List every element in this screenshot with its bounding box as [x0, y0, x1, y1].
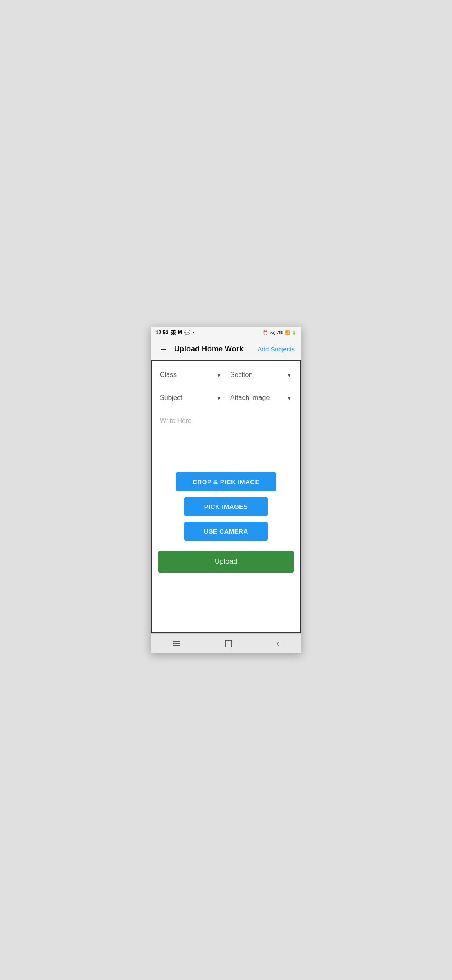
back-nav-button[interactable]: ‹ [268, 635, 288, 652]
button-group: CROP & PICK IMAGE PICK IMAGES USE CAMERA [158, 472, 294, 541]
back-button[interactable]: ← [157, 343, 169, 356]
status-bar-right: ⏰ Vo) LTE 📶 🔋 [263, 330, 296, 335]
attach-image-dropdown[interactable]: Attach Image ▼ [229, 391, 294, 405]
add-subjects-button[interactable]: Add Subjects [258, 346, 295, 353]
chat-icon: 💬 [184, 330, 190, 335]
class-dropdown[interactable]: Class ▼ [158, 368, 223, 382]
status-time: 12:53 [156, 330, 169, 335]
use-camera-button[interactable]: USE CAMERA [184, 522, 268, 541]
section-arrow-icon: ▼ [286, 371, 292, 378]
pick-images-button[interactable]: PICK IMAGES [184, 497, 268, 516]
home-icon [225, 640, 232, 647]
alarm-icon: ⏰ [263, 330, 268, 335]
battery-icon: 🔋 [291, 330, 296, 335]
home-nav-button[interactable] [216, 637, 241, 651]
section-label: Section [230, 371, 252, 379]
status-bar-left: 12:53 🖼 M 💬 • [156, 330, 194, 335]
form-area: Class ▼ Section ▼ Subject ▼ Attach Image… [152, 361, 300, 579]
class-section-row: Class ▼ Section ▼ [158, 368, 294, 382]
attach-image-arrow-icon: ▼ [286, 395, 292, 401]
menu-icon [173, 641, 180, 646]
text-area-placeholder: Write Here [160, 417, 192, 424]
subject-arrow-icon: ▼ [216, 395, 222, 401]
dot-icon: • [193, 330, 194, 335]
subject-label: Subject [160, 394, 182, 402]
image-icon: 🖼 [171, 330, 176, 335]
text-area-wrapper[interactable]: Write Here [158, 414, 294, 464]
class-label: Class [160, 371, 177, 379]
menu-nav-button[interactable] [164, 638, 189, 650]
app-bar: ← Upload Home Work Add Subjects [151, 338, 301, 360]
back-nav-icon: ‹ [276, 639, 279, 648]
section-dropdown[interactable]: Section ▼ [229, 368, 294, 382]
subject-attach-row: Subject ▼ Attach Image ▼ [158, 391, 294, 405]
attach-image-label: Attach Image [230, 394, 270, 402]
status-bar: 12:53 🖼 M 💬 • ⏰ Vo) LTE 📶 🔋 [151, 327, 301, 338]
crop-pick-image-button[interactable]: CROP & PICK IMAGE [176, 472, 276, 491]
page-title: Upload Home Work [174, 345, 258, 353]
main-content: Class ▼ Section ▼ Subject ▼ Attach Image… [151, 360, 301, 633]
upload-button[interactable]: Upload [158, 551, 294, 573]
gmail-icon: M [178, 330, 182, 335]
bottom-nav: ‹ [151, 633, 301, 653]
signal-icon: 📶 [285, 330, 290, 335]
class-arrow-icon: ▼ [216, 371, 222, 378]
subject-dropdown[interactable]: Subject ▼ [158, 391, 223, 405]
lte-icon: Vo) LTE [270, 330, 283, 335]
phone-frame: 12:53 🖼 M 💬 • ⏰ Vo) LTE 📶 🔋 ← Upload Hom… [151, 327, 301, 653]
